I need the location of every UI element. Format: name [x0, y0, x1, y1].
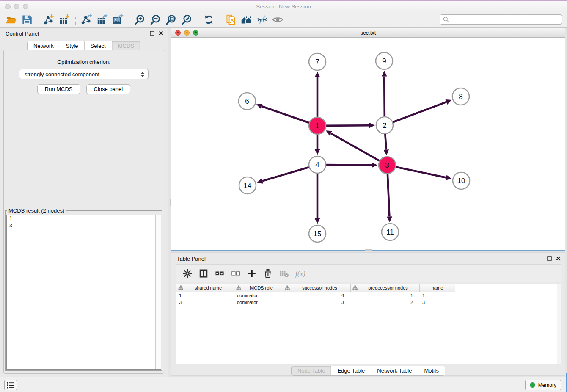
- deselect-all-columns-button[interactable]: [228, 266, 243, 281]
- column-header-mcds-role[interactable]: MCDS role: [234, 284, 283, 292]
- table-row[interactable]: 1dominator411: [176, 292, 561, 299]
- network-view-window: × − + scc.txt 7968124314101511: [171, 28, 565, 251]
- table-panel-header: Table Panel: [171, 253, 565, 264]
- graph-node-8[interactable]: 8: [452, 88, 469, 105]
- svg-text:6: 6: [245, 97, 249, 105]
- export-image-button[interactable]: [110, 13, 126, 26]
- memory-status-icon: [530, 382, 535, 388]
- svg-text:8: 8: [459, 93, 462, 101]
- close-panel-icon[interactable]: [159, 31, 163, 36]
- task-history-button[interactable]: [4, 380, 17, 390]
- open-session-icon: [6, 14, 17, 25]
- add-column-button[interactable]: [244, 266, 259, 281]
- export-network-icon: [81, 14, 92, 25]
- column-header-name[interactable]: name: [420, 284, 455, 292]
- graph-edge-4-14[interactable]: [257, 165, 317, 184]
- cell-successor-nodes: 4: [283, 292, 351, 299]
- graph-edge-1-6[interactable]: [256, 104, 317, 126]
- open-session-button[interactable]: [3, 13, 19, 26]
- home-first-neighbors-button[interactable]: [239, 13, 254, 26]
- search-box: [440, 14, 562, 25]
- graph-node-4[interactable]: 4: [309, 156, 326, 173]
- mcds-result-title: MCDS result (2 nodes): [7, 207, 66, 214]
- toolbar-icon-group: [3, 13, 286, 26]
- graph-node-1[interactable]: 1: [309, 117, 326, 134]
- graph-node-7[interactable]: 7: [309, 53, 326, 70]
- new-network-from-selection-button[interactable]: [223, 13, 239, 26]
- cell-successor-nodes: 3: [283, 299, 351, 306]
- save-session-button[interactable]: [19, 13, 35, 26]
- cell-predecessor-nodes: 2: [351, 299, 420, 306]
- float-panel-icon[interactable]: [150, 31, 154, 36]
- graph-node-15[interactable]: 15: [309, 225, 326, 242]
- close-table-panel-icon[interactable]: [556, 256, 561, 261]
- column-header-successor-nodes[interactable]: successor nodes: [283, 284, 351, 292]
- zoom-in-button[interactable]: [132, 13, 148, 26]
- select-all-columns-icon: [215, 268, 225, 279]
- table-settings-gear-icon: [182, 268, 193, 279]
- graph-node-3[interactable]: 3: [379, 157, 396, 174]
- mcds-result-scrollbar[interactable]: [155, 215, 161, 369]
- zoom-fit-icon: [165, 14, 177, 25]
- hide-selected-button[interactable]: [254, 13, 270, 26]
- table-tab-network-table[interactable]: Network Table: [371, 366, 418, 375]
- window-divider-grip[interactable]: [365, 249, 372, 251]
- toolbar-separator: [198, 14, 198, 25]
- network-window-titlebar[interactable]: × − + scc.txt: [171, 28, 565, 38]
- graph-edge-4-3[interactable]: [317, 162, 377, 168]
- table-tab-motifs[interactable]: Motifs: [418, 366, 445, 375]
- delete-column-button[interactable]: [260, 266, 275, 281]
- cell-shared-name: 3: [176, 299, 234, 306]
- column-header-predecessor-nodes[interactable]: predecessor nodes: [351, 284, 420, 292]
- table-tab-edge-table[interactable]: Edge Table: [331, 366, 371, 375]
- optimization-criterion-select[interactable]: strongly connected component: [19, 69, 149, 79]
- zoom-out-button[interactable]: [148, 13, 163, 26]
- graph-node-9[interactable]: 9: [376, 52, 393, 69]
- search-input[interactable]: [440, 14, 562, 25]
- export-network-button[interactable]: [79, 13, 94, 26]
- graph-edge-2-8[interactable]: [385, 99, 452, 125]
- optimization-select-value: strongly connected component: [25, 71, 99, 77]
- show-all-button[interactable]: [270, 13, 286, 26]
- import-network-button[interactable]: [41, 13, 57, 26]
- svg-text:3: 3: [385, 161, 389, 169]
- export-table-button[interactable]: [94, 13, 110, 26]
- memory-button[interactable]: Memory: [525, 380, 561, 390]
- export-table-icon: [96, 14, 108, 25]
- run-mcds-button[interactable]: Run MCDS: [37, 84, 80, 94]
- select-all-columns-button[interactable]: [212, 266, 227, 281]
- panel-divider-grip[interactable]: [170, 199, 171, 206]
- zoom-selected-button[interactable]: [179, 13, 195, 26]
- select-stepper-icon: [140, 72, 145, 77]
- column-header-shared-name[interactable]: shared name: [176, 284, 234, 292]
- float-table-panel-icon[interactable]: [547, 256, 552, 261]
- graph-node-11[interactable]: 11: [382, 224, 399, 240]
- cell-mcds-role: dominator: [234, 292, 283, 299]
- graph-edge-3-1[interactable]: [326, 130, 387, 165]
- table-settings-gear-button[interactable]: [180, 266, 195, 281]
- home-first-neighbors-icon: [241, 14, 252, 25]
- hide-selected-icon: [256, 14, 268, 25]
- graph-node-14[interactable]: 14: [239, 177, 256, 194]
- zoom-fit-button[interactable]: [163, 13, 179, 26]
- memory-label: Memory: [538, 382, 556, 388]
- table-scrollbar[interactable]: [557, 284, 561, 364]
- show-columns-button[interactable]: [196, 266, 211, 281]
- apply-layout-button[interactable]: [201, 13, 217, 26]
- column-type-icon: [285, 285, 290, 290]
- graph-node-2[interactable]: 2: [376, 117, 393, 134]
- network-canvas[interactable]: 7968124314101511: [171, 38, 565, 250]
- mcds-result-node: 1: [7, 215, 161, 222]
- table-tab-node-table[interactable]: Node Table: [292, 366, 331, 375]
- deselect-all-columns-icon: [231, 268, 241, 279]
- column-type-icon: [352, 285, 358, 290]
- close-panel-button[interactable]: Close panel: [86, 84, 131, 94]
- table-row[interactable]: 3dominator323: [176, 299, 561, 306]
- function-builder-button: f(x): [292, 266, 307, 281]
- save-session-icon: [21, 14, 33, 25]
- graph-node-6[interactable]: 6: [239, 93, 256, 110]
- apply-layout-icon: [203, 14, 215, 25]
- graph-node-10[interactable]: 10: [453, 172, 470, 189]
- import-table-button[interactable]: [57, 13, 72, 26]
- graph-edge-3-10[interactable]: [387, 165, 452, 180]
